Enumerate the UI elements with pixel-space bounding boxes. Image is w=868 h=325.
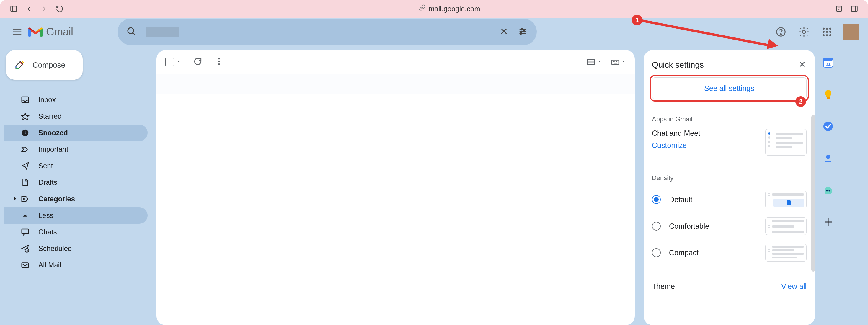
svg-point-33 bbox=[826, 34, 828, 36]
search-cursor bbox=[144, 26, 144, 38]
svg-point-27 bbox=[826, 28, 828, 30]
link-icon bbox=[418, 4, 426, 13]
svg-point-39 bbox=[23, 198, 24, 199]
svg-marker-38 bbox=[14, 197, 16, 200]
quick-settings-scrollbar[interactable] bbox=[811, 115, 815, 271]
get-addons-button[interactable] bbox=[822, 216, 835, 228]
addon-app-icon[interactable] bbox=[822, 184, 835, 197]
main-menu-button[interactable] bbox=[9, 24, 25, 40]
reader-icon[interactable] bbox=[834, 4, 844, 13]
svg-rect-8 bbox=[13, 29, 22, 30]
density-comfortable[interactable]: Comfortable bbox=[652, 217, 807, 235]
svg-point-31 bbox=[829, 31, 831, 33]
density-compact[interactable]: Compact bbox=[652, 244, 807, 262]
message-list-pane bbox=[156, 50, 635, 325]
svg-rect-10 bbox=[13, 34, 22, 35]
nav-sent[interactable]: Sent bbox=[4, 158, 148, 174]
chat-meet-preview bbox=[765, 129, 807, 156]
svg-rect-6 bbox=[851, 6, 857, 11]
svg-point-30 bbox=[826, 31, 828, 33]
nav-scheduled[interactable]: Scheduled bbox=[4, 240, 148, 257]
nav-starred[interactable]: Starred bbox=[4, 108, 148, 125]
left-sidebar: Compose Inbox Starred Snoozed Important … bbox=[0, 18, 154, 325]
keep-app-icon[interactable] bbox=[822, 88, 835, 101]
nav-less[interactable]: Less bbox=[4, 207, 148, 224]
google-apps-button[interactable] bbox=[819, 25, 834, 39]
input-tools[interactable] bbox=[611, 57, 626, 67]
nav-drafts[interactable]: Drafts bbox=[4, 174, 148, 191]
sidebar-toggle-right-icon[interactable] bbox=[850, 4, 859, 13]
density-label: Compact bbox=[669, 249, 699, 257]
address-bar[interactable]: mail.google.com bbox=[70, 4, 829, 13]
radio-icon[interactable] bbox=[652, 222, 661, 231]
nav-all-mail[interactable]: All Mail bbox=[4, 257, 148, 273]
toggle-split-pane[interactable] bbox=[586, 57, 602, 67]
svg-point-68 bbox=[829, 190, 830, 192]
svg-point-21 bbox=[523, 30, 525, 32]
contacts-app-icon[interactable] bbox=[822, 152, 835, 165]
search-options-icon[interactable] bbox=[518, 26, 528, 37]
theme-row: Theme View all bbox=[652, 282, 807, 291]
search-redacted bbox=[146, 27, 179, 37]
svg-line-14 bbox=[133, 33, 135, 35]
chevron-right-icon bbox=[13, 195, 18, 203]
url-text: mail.google.com bbox=[429, 5, 480, 13]
svg-marker-56 bbox=[622, 61, 625, 62]
annotation-callout-2: 2 bbox=[795, 96, 806, 107]
nav-label: Chats bbox=[38, 228, 57, 236]
nav-label: Scheduled bbox=[38, 245, 72, 253]
nav-important[interactable]: Important bbox=[4, 141, 148, 158]
nav-snoozed[interactable]: Snoozed bbox=[4, 125, 148, 141]
search-icon[interactable] bbox=[126, 26, 136, 37]
select-dropdown[interactable] bbox=[176, 59, 181, 65]
svg-rect-0 bbox=[11, 6, 17, 11]
chat-meet-title: Chat and Meet bbox=[652, 129, 700, 137]
svg-point-45 bbox=[218, 58, 220, 59]
nav-categories[interactable]: Categories bbox=[4, 191, 148, 207]
nav-chats[interactable]: Chats bbox=[4, 224, 148, 240]
svg-point-32 bbox=[823, 34, 825, 36]
annotation-arrowhead bbox=[767, 39, 779, 51]
tasks-app-icon[interactable] bbox=[822, 120, 835, 133]
svg-point-22 bbox=[520, 32, 522, 34]
see-all-settings-button[interactable]: See all settings bbox=[652, 77, 807, 99]
more-button[interactable] bbox=[214, 57, 224, 67]
gmail-header: Gmail bbox=[0, 18, 868, 46]
svg-point-26 bbox=[823, 28, 825, 30]
compose-button[interactable]: Compose bbox=[6, 50, 83, 80]
svg-rect-9 bbox=[13, 31, 22, 32]
theme-view-all-link[interactable]: View all bbox=[781, 282, 807, 291]
nav-list: Inbox Starred Snoozed Important Sent Dra… bbox=[0, 92, 154, 273]
nav-label: Drafts bbox=[38, 178, 57, 187]
search-bar[interactable] bbox=[118, 19, 537, 45]
account-avatar[interactable] bbox=[843, 24, 859, 40]
customize-link[interactable]: Customize bbox=[652, 141, 700, 150]
svg-marker-44 bbox=[178, 61, 180, 62]
density-default[interactable]: Default bbox=[652, 191, 807, 208]
radio-icon[interactable] bbox=[652, 195, 661, 204]
back-icon[interactable] bbox=[24, 4, 34, 13]
svg-rect-52 bbox=[613, 61, 614, 62]
svg-point-13 bbox=[128, 28, 133, 34]
forward-icon[interactable] bbox=[39, 4, 49, 13]
svg-marker-36 bbox=[22, 113, 29, 120]
message-list-empty-row bbox=[156, 74, 635, 94]
settings-button[interactable] bbox=[797, 25, 811, 39]
close-quick-settings-button[interactable] bbox=[798, 60, 807, 70]
calendar-app-icon[interactable]: 31 bbox=[822, 56, 835, 69]
refresh-button[interactable] bbox=[193, 57, 203, 67]
support-button[interactable] bbox=[774, 25, 788, 39]
clear-search-icon[interactable] bbox=[499, 26, 509, 37]
svg-rect-62 bbox=[827, 97, 830, 99]
sidebar-toggle-left-icon[interactable] bbox=[9, 4, 18, 13]
radio-icon[interactable] bbox=[652, 248, 661, 257]
select-all-checkbox[interactable] bbox=[165, 58, 174, 66]
gmail-logo[interactable]: Gmail bbox=[28, 26, 73, 38]
message-toolbar bbox=[156, 50, 635, 74]
svg-text:31: 31 bbox=[826, 62, 831, 66]
nav-inbox[interactable]: Inbox bbox=[4, 92, 148, 108]
svg-marker-50 bbox=[598, 61, 600, 62]
nav-label: All Mail bbox=[38, 261, 61, 269]
nav-label: Snoozed bbox=[38, 129, 68, 137]
reload-icon[interactable] bbox=[55, 4, 64, 13]
